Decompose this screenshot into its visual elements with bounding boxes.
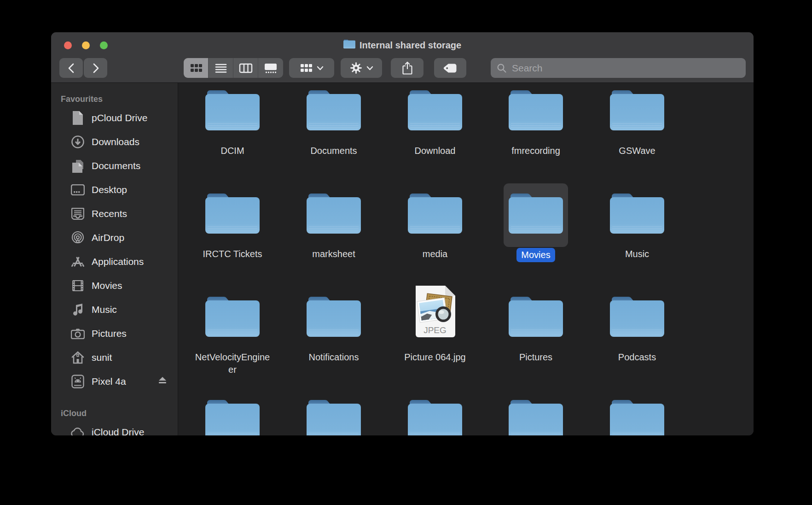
movies-icon xyxy=(70,278,86,294)
sidebar: FavouritespCloud DriveDownloadsDocuments… xyxy=(51,83,178,435)
actions-button[interactable] xyxy=(341,58,382,78)
grid-item-movies[interactable]: Movies xyxy=(490,192,582,262)
sidebar-item-recents[interactable]: Recents xyxy=(51,202,178,226)
jpeg-badge: JPEG xyxy=(423,325,447,335)
item-label: GSWave xyxy=(598,145,676,157)
airdrop-icon xyxy=(70,230,86,246)
share-button[interactable] xyxy=(391,58,423,78)
grid-item-netvelocityengineer[interactable]: NetVelocityEngineer xyxy=(186,295,278,376)
sidebar-item-movies[interactable]: Movies xyxy=(51,274,178,298)
view-grid-button[interactable] xyxy=(184,58,209,78)
music-icon xyxy=(70,302,86,317)
sidebar-item-documents[interactable]: Documents xyxy=(51,154,178,178)
view-switcher xyxy=(184,58,283,78)
sidebar-item-label: Movies xyxy=(92,280,122,291)
group-icon xyxy=(300,63,313,74)
folder-icon xyxy=(591,398,683,435)
sidebar-item-pixel-4a[interactable]: Pixel 4a xyxy=(51,370,178,393)
sidebar-item-label: Documents xyxy=(92,160,140,171)
sidebar-item-airdrop[interactable]: AirDrop xyxy=(51,226,178,250)
folder-icon xyxy=(389,398,481,435)
home-icon xyxy=(70,350,86,365)
grid-item-partial[interactable] xyxy=(389,398,481,435)
folder-icon xyxy=(288,398,380,435)
grid-item-download[interactable]: Download xyxy=(389,88,481,157)
sidebar-section-icloud: iCloud xyxy=(51,406,178,420)
grid-item-media[interactable]: media xyxy=(389,192,481,260)
view-list-button[interactable] xyxy=(209,58,233,78)
folder-icon xyxy=(186,398,278,435)
grid-item-partial[interactable] xyxy=(288,398,380,435)
item-label: IRCTC Tickets xyxy=(193,248,272,260)
gear-icon xyxy=(350,62,362,74)
android-device-icon xyxy=(70,374,86,389)
grid-item-dcim[interactable]: DCIM xyxy=(186,88,278,157)
sidebar-item-label: pCloud Drive xyxy=(92,112,147,123)
folder-icon xyxy=(591,88,683,133)
folder-mini-icon xyxy=(343,39,355,51)
document-icon xyxy=(70,110,86,126)
folder-icon xyxy=(389,192,481,236)
view-gallery-button[interactable] xyxy=(258,58,283,78)
tag-button[interactable] xyxy=(434,58,466,78)
documents-icon xyxy=(70,158,86,174)
grid-item-partial[interactable] xyxy=(490,398,582,435)
sidebar-item-label: Applications xyxy=(92,256,144,267)
window-title: Internal shared storage xyxy=(360,40,461,51)
sidebar-item-label: Pixel 4a xyxy=(92,376,126,387)
sidebar-item-desktop[interactable]: Desktop xyxy=(51,178,178,202)
window-header: Internal shared storage xyxy=(51,32,754,83)
sidebar-item-icloud-drive[interactable]: iCloud Drive xyxy=(51,420,178,435)
item-label: media xyxy=(396,248,474,260)
grid-item-gswave[interactable]: GSWave xyxy=(591,88,683,157)
item-label: NetVelocityEngineer xyxy=(193,351,272,376)
eject-icon[interactable] xyxy=(158,376,167,386)
folder-icon xyxy=(389,88,481,133)
sidebar-item-applications[interactable]: Applications xyxy=(51,250,178,274)
grid-item-pictures[interactable]: Pictures xyxy=(490,295,582,364)
grid-item-fmrecording[interactable]: fmrecording xyxy=(490,88,582,157)
folder-icon xyxy=(288,192,380,236)
folder-icon xyxy=(490,398,582,435)
pictures-icon xyxy=(70,326,86,341)
sidebar-item-pictures[interactable]: Pictures xyxy=(51,322,178,346)
grid-item-notifications[interactable]: Notifications xyxy=(288,295,380,364)
view-columns-button[interactable] xyxy=(233,58,258,78)
back-button[interactable] xyxy=(59,58,83,78)
sidebar-item-music[interactable]: Music xyxy=(51,298,178,322)
grid-item-partial[interactable] xyxy=(591,398,683,435)
forward-button[interactable] xyxy=(84,58,107,78)
sidebar-item-downloads[interactable]: Downloads xyxy=(51,130,178,154)
sidebar-item-label: Recents xyxy=(92,208,127,219)
folder-icon xyxy=(591,192,683,236)
grid-item-podcasts[interactable]: Podcasts xyxy=(591,295,683,364)
grid-item-documents[interactable]: Documents xyxy=(288,88,380,157)
search-field xyxy=(491,58,746,78)
item-label: Notifications xyxy=(295,351,373,364)
group-by-button[interactable] xyxy=(289,58,334,78)
sidebar-item-label: Pictures xyxy=(92,328,127,339)
folder-icon xyxy=(186,295,278,339)
sidebar-section-favourites: Favourites xyxy=(51,92,178,106)
title-group: Internal shared storage xyxy=(51,39,754,51)
grid-item-partial[interactable] xyxy=(186,398,278,435)
sidebar-item-label: iCloud Drive xyxy=(92,427,144,435)
grid-item-marksheet[interactable]: marksheet xyxy=(288,192,380,260)
item-label: Documents xyxy=(295,145,373,157)
sidebar-item-sunit[interactable]: sunit xyxy=(51,346,178,370)
item-label: Picture 064.jpg xyxy=(396,351,474,364)
grid-item-picture-064-jpg[interactable]: JPEG Picture 064.jpg xyxy=(389,295,481,364)
grid-item-irctc-tickets[interactable]: IRCTC Tickets xyxy=(186,192,278,260)
search-icon xyxy=(497,63,507,73)
grid-item-music[interactable]: Music xyxy=(591,192,683,260)
sidebar-item-pcloud-drive[interactable]: pCloud Drive xyxy=(51,106,178,130)
file-grid: DCIM Documents Download fmrecording GSWa… xyxy=(179,83,754,435)
sidebar-item-label: sunit xyxy=(92,352,112,363)
item-label: fmrecording xyxy=(497,145,575,157)
download-circle-icon xyxy=(70,134,86,150)
cloud-icon xyxy=(70,424,86,435)
recents-icon xyxy=(70,206,86,222)
chevron-down-icon xyxy=(317,66,324,70)
search-input[interactable] xyxy=(511,62,740,74)
item-label: DCIM xyxy=(193,145,272,157)
